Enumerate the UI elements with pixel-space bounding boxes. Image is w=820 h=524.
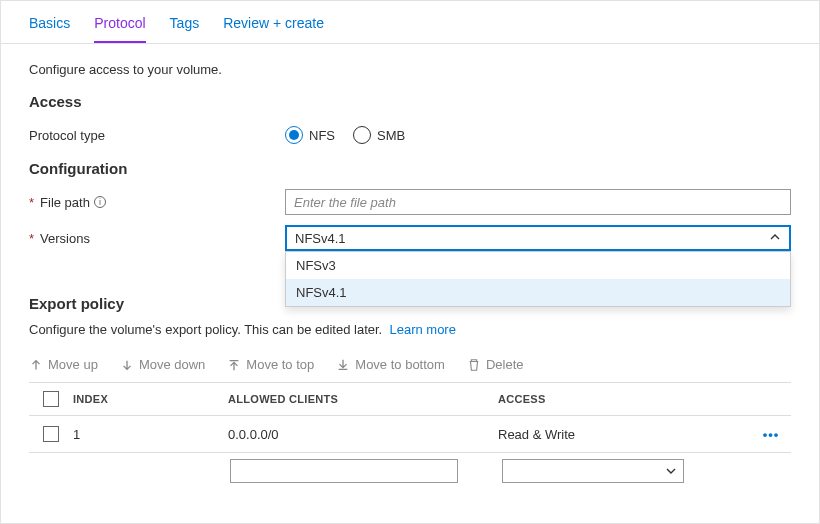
panel-description: Configure access to your volume. (29, 62, 791, 77)
tab-tags[interactable]: Tags (170, 15, 200, 43)
learn-more-link[interactable]: Learn more (389, 322, 455, 337)
export-policy-description: Configure the volume's export policy. Th… (29, 322, 791, 337)
col-access[interactable]: ACCESS (498, 393, 751, 405)
trash-icon (467, 358, 481, 372)
chevron-up-icon (769, 231, 781, 246)
move-to-top-button[interactable]: Move to top (227, 357, 314, 372)
move-up-button[interactable]: Move up (29, 357, 98, 372)
radio-smb-label: SMB (377, 128, 405, 143)
version-option-nfsv3[interactable]: NFSv3 (286, 252, 790, 279)
access-filter-select[interactable] (502, 459, 684, 483)
arrow-up-icon (29, 358, 43, 372)
cell-access: Read & Write (498, 427, 751, 442)
protocol-type-radiogroup: NFS SMB (285, 126, 791, 144)
col-index[interactable]: INDEX (73, 393, 228, 405)
section-configuration: Configuration (29, 160, 791, 177)
grid-header: INDEX ALLOWED CLIENTS ACCESS (29, 382, 791, 416)
tab-protocol[interactable]: Protocol (94, 15, 145, 43)
tab-basics[interactable]: Basics (29, 15, 70, 43)
required-marker: * (29, 195, 34, 210)
radio-smb[interactable]: SMB (353, 126, 405, 144)
delete-button[interactable]: Delete (467, 357, 524, 372)
arrow-bottom-icon (336, 358, 350, 372)
required-marker: * (29, 231, 34, 246)
grid-filter-row (1, 453, 819, 483)
export-policy-grid: INDEX ALLOWED CLIENTS ACCESS 1 0.0.0.0/0… (29, 382, 791, 453)
col-allowed-clients[interactable]: ALLOWED CLIENTS (228, 393, 498, 405)
cell-allowed-clients: 0.0.0.0/0 (228, 427, 498, 442)
label-file-path: File path (40, 195, 90, 210)
chevron-down-icon (665, 465, 677, 477)
versions-dropdown-panel: NFSv3 NFSv4.1 (285, 251, 791, 307)
move-to-bottom-button[interactable]: Move to bottom (336, 357, 445, 372)
label-versions: Versions (40, 231, 90, 246)
radio-nfs[interactable]: NFS (285, 126, 335, 144)
wizard-tabs: Basics Protocol Tags Review + create (1, 1, 819, 44)
row-actions-menu[interactable]: ••• (751, 427, 791, 442)
select-all-checkbox[interactable] (43, 391, 59, 407)
tab-review-create[interactable]: Review + create (223, 15, 324, 43)
cell-index: 1 (73, 427, 228, 442)
version-option-nfsv41[interactable]: NFSv4.1 (286, 279, 790, 306)
section-access: Access (29, 93, 791, 110)
versions-combobox[interactable]: NFSv4.1 (285, 225, 791, 251)
volume-protocol-panel: Basics Protocol Tags Review + create Con… (0, 0, 820, 524)
radio-unchecked-icon (353, 126, 371, 144)
versions-selected-value: NFSv4.1 (295, 231, 346, 246)
allowed-clients-filter-input[interactable] (230, 459, 458, 483)
export-policy-toolbar: Move up Move down Move to top Move to bo… (1, 349, 819, 382)
table-row[interactable]: 1 0.0.0.0/0 Read & Write ••• (29, 416, 791, 453)
label-protocol-type: Protocol type (29, 128, 285, 143)
radio-nfs-label: NFS (309, 128, 335, 143)
arrow-top-icon (227, 358, 241, 372)
move-down-button[interactable]: Move down (120, 357, 205, 372)
file-path-input[interactable] (285, 189, 791, 215)
row-checkbox[interactable] (43, 426, 59, 442)
radio-checked-icon (285, 126, 303, 144)
info-icon[interactable]: i (94, 196, 106, 208)
arrow-down-icon (120, 358, 134, 372)
